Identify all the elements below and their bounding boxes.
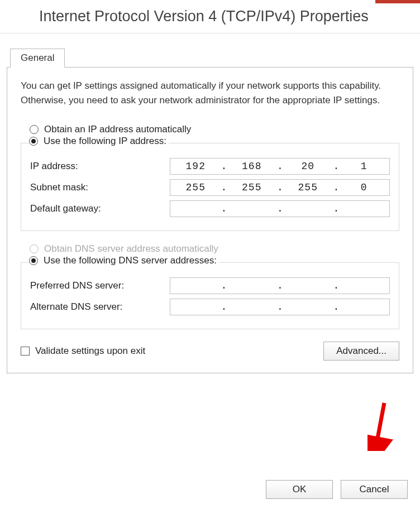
- radio-icon: [30, 244, 39, 253]
- cancel-button[interactable]: Cancel: [341, 480, 408, 499]
- radio-dns-auto: Obtain DNS server address automatically: [30, 243, 399, 254]
- radio-dns-auto-label: Obtain DNS server address automatically: [44, 243, 218, 254]
- tab-content-general: You can get IP settings assigned automat…: [7, 67, 413, 373]
- tab-general[interactable]: General: [10, 49, 65, 68]
- default-gateway-label: Default gateway:: [30, 203, 170, 214]
- checkbox-icon: [21, 347, 30, 356]
- ok-button[interactable]: OK: [266, 480, 333, 499]
- field-preferred-dns: Preferred DNS server: . . .: [30, 277, 390, 294]
- validate-label: Validate settings upon exit: [35, 345, 145, 357]
- dns-group: Use the following DNS server addresses: …: [21, 262, 399, 329]
- dialog-body: General You can get IP settings assigned…: [0, 33, 420, 373]
- radio-ip-manual[interactable]: [29, 137, 38, 146]
- title-bar: Internet Protocol Version 4 (TCP/IPv4) P…: [0, 0, 420, 33]
- field-alternate-dns: Alternate DNS server: . . .: [30, 299, 390, 315]
- radio-ip-manual-label: Use the following IP address:: [44, 136, 166, 147]
- annotation-arrow-icon: [367, 401, 395, 451]
- field-default-gateway: Default gateway: . . .: [30, 200, 390, 217]
- subnet-mask-input[interactable]: 255. 255. 255. 0: [170, 179, 390, 196]
- mask-octet-3[interactable]: 255: [283, 182, 333, 193]
- radio-ip-auto-label: Obtain an IP address automatically: [44, 124, 191, 135]
- mask-octet-2[interactable]: 255: [227, 182, 278, 193]
- ip-octet-2[interactable]: 168: [227, 161, 278, 172]
- field-subnet-mask: Subnet mask: 255. 255. 255. 0: [30, 179, 390, 196]
- ip-octet-1[interactable]: 192: [170, 161, 221, 172]
- alternate-dns-label: Alternate DNS server:: [30, 301, 170, 313]
- ip-group: Use the following IP address: IP address…: [21, 143, 399, 231]
- radio-dns-manual-label: Use the following DNS server addresses:: [44, 255, 217, 266]
- radio-icon: [30, 125, 39, 134]
- ip-octet-4[interactable]: 1: [339, 161, 390, 172]
- mask-octet-1[interactable]: 255: [170, 182, 221, 193]
- svg-line-5: [376, 403, 384, 444]
- ip-octet-3[interactable]: 20: [283, 161, 333, 172]
- alternate-dns-input[interactable]: . . .: [170, 299, 390, 315]
- titlebar-accent: [375, 0, 420, 3]
- preferred-dns-label: Preferred DNS server:: [30, 280, 170, 291]
- default-gateway-input[interactable]: . . .: [170, 200, 390, 217]
- validate-checkbox-row[interactable]: Validate settings upon exit: [21, 345, 145, 357]
- advanced-button[interactable]: Advanced...: [323, 342, 399, 361]
- tab-strip: General: [10, 48, 413, 67]
- ip-address-input[interactable]: 192. 168. 20. 1: [170, 158, 390, 175]
- ip-address-label: IP address:: [30, 161, 170, 172]
- window-title: Internet Protocol Version 4 (TCP/IPv4) P…: [39, 8, 369, 25]
- mask-octet-4[interactable]: 0: [339, 182, 390, 193]
- field-ip-address: IP address: 192. 168. 20. 1: [30, 158, 390, 175]
- description-text: You can get IP settings assigned automat…: [21, 79, 399, 107]
- dialog-footer: OK Cancel: [266, 470, 408, 509]
- subnet-mask-label: Subnet mask:: [30, 182, 170, 193]
- radio-ip-auto[interactable]: Obtain an IP address automatically: [30, 124, 399, 135]
- radio-dns-manual[interactable]: [29, 256, 38, 265]
- preferred-dns-input[interactable]: . . .: [170, 277, 390, 294]
- bottom-row: Validate settings upon exit Advanced...: [21, 342, 399, 361]
